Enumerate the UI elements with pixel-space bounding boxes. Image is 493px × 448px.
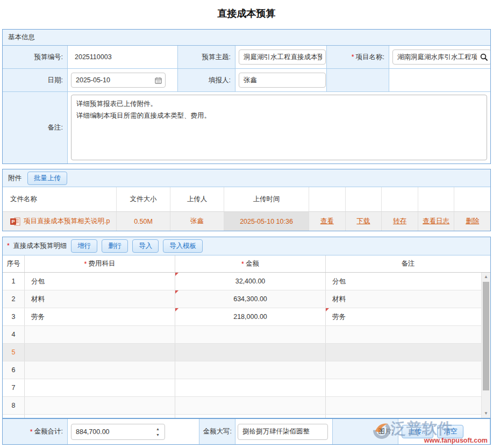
row-seq: 3 xyxy=(3,308,25,325)
basic-info-header: 基本信息 xyxy=(3,30,490,46)
basic-row-2: 日期: 填报人: xyxy=(3,69,490,92)
image-clear-button[interactable]: 清空 xyxy=(437,425,463,438)
remark-cell[interactable] xyxy=(326,326,490,343)
reporter-field[interactable] xyxy=(239,73,326,88)
image-label: 图片: xyxy=(378,427,394,436)
subject-cell[interactable]: 材料 xyxy=(25,290,175,308)
total-amount-field[interactable]: ▲ ▼ xyxy=(71,424,165,440)
table-row-selected: 5 xyxy=(3,344,490,361)
subject-cell[interactable] xyxy=(25,326,175,343)
col-file-name: 文件名称 xyxy=(3,187,117,211)
reporter-label: 填报人: xyxy=(209,76,231,85)
stepper-down-icon[interactable]: ▼ xyxy=(156,433,160,437)
total-amount-label: 金额合计: xyxy=(34,427,63,436)
budget-subject-field[interactable] xyxy=(239,49,326,65)
row-seq: 5 xyxy=(3,344,25,361)
date-field[interactable] xyxy=(71,73,166,88)
scroll-down-icon[interactable]: ▼ xyxy=(482,409,490,418)
stepper-up-icon[interactable]: ▲ xyxy=(156,427,160,431)
project-name-field[interactable] xyxy=(392,49,490,65)
batch-upload-button[interactable]: 批量上传 xyxy=(27,172,67,185)
file-name-link[interactable]: 项目直接成本预算相关说明.p xyxy=(24,217,110,226)
date-input[interactable] xyxy=(72,76,155,84)
detail-panel: * 直接成本预算明细 增行 删行 导入 导入模板 序号 * 费用科目 * 金额 … xyxy=(2,237,491,445)
remark-cell[interactable]: 材料 xyxy=(326,290,490,308)
delete-row-button[interactable]: 删行 xyxy=(102,239,128,253)
amount-cell[interactable] xyxy=(175,344,326,361)
empty-label-cell xyxy=(327,69,389,91)
file-size: 0.50M xyxy=(117,212,170,231)
amount-cell[interactable] xyxy=(175,397,326,414)
remark-cell[interactable] xyxy=(326,397,490,414)
amount-cell[interactable] xyxy=(175,379,326,396)
reporter-input[interactable] xyxy=(239,76,325,84)
scroll-up-icon[interactable]: ▲ xyxy=(482,273,490,281)
amount-cell[interactable]: 634,300.00 xyxy=(175,290,326,308)
budget-subject-input[interactable] xyxy=(239,53,325,61)
detail-title: 直接成本预算明细 xyxy=(13,242,67,250)
col-seq: 序号 xyxy=(3,255,25,272)
delete-link[interactable]: 删除 xyxy=(466,217,479,226)
total-amount-input[interactable] xyxy=(72,428,156,436)
subject-cell[interactable]: 劳务 xyxy=(25,308,175,325)
import-template-button[interactable]: 导入模板 xyxy=(163,239,203,253)
attachments-header: 附件 批量上传 xyxy=(3,169,490,187)
subject-cell[interactable] xyxy=(25,397,175,414)
amount-cell[interactable]: 32,400.00 xyxy=(175,273,326,290)
table-row: 8 xyxy=(3,397,490,415)
image-upload-button[interactable]: 上传... xyxy=(402,425,433,438)
view-link[interactable]: 查看 xyxy=(320,217,334,226)
file-uploader: 张鑫 xyxy=(170,212,224,231)
project-name-input[interactable] xyxy=(393,53,480,61)
remark-textarea[interactable]: 详细预算报表已上传附件。 详细编制本项目所需的直接成本类型、费用。 xyxy=(71,95,487,160)
subject-cell[interactable] xyxy=(25,361,175,379)
detail-column-headers: 序号 * 费用科目 * 金额 备注 xyxy=(3,255,490,273)
attachments-column-headers: 文件名称 文件大小 上传人 上传时间 xyxy=(3,187,490,212)
amount-cell[interactable] xyxy=(175,326,326,343)
subject-cell[interactable] xyxy=(25,344,175,361)
row-seq: 7 xyxy=(3,379,25,396)
svg-text:P: P xyxy=(11,219,15,224)
vertical-scrollbar[interactable]: ▲ ▼ xyxy=(481,273,490,418)
view-log-link[interactable]: 查看日志 xyxy=(423,217,449,226)
remark-cell[interactable] xyxy=(326,361,490,379)
table-row: 7 xyxy=(3,379,490,397)
project-name-label: 项目名称: xyxy=(356,53,384,62)
amount-caps-value: 捌拾捌万肆仟柒佰圆整 xyxy=(238,424,328,440)
save-as-link[interactable]: 转存 xyxy=(393,217,406,226)
import-button[interactable]: 导入 xyxy=(132,239,159,253)
calendar-icon[interactable] xyxy=(155,77,165,84)
table-row: 6 xyxy=(3,361,490,379)
remark-cell[interactable] xyxy=(326,379,490,396)
row-seq: 6 xyxy=(3,361,25,379)
required-marker: * xyxy=(30,428,33,436)
download-link[interactable]: 下载 xyxy=(356,217,370,226)
remark-cell[interactable] xyxy=(326,344,490,361)
required-marker: * xyxy=(352,53,354,61)
amount-caps-label: 金额大写: xyxy=(203,427,232,436)
budget-no-label: 预算编号: xyxy=(34,53,63,62)
remark-cell[interactable]: 劳务 xyxy=(326,308,490,325)
amount-cell[interactable] xyxy=(175,361,326,379)
basic-info-title: 基本信息 xyxy=(8,33,35,42)
page-title: 直接成本预算 xyxy=(0,0,493,29)
col-remark: 备注 xyxy=(326,255,490,272)
scrollbar-thumb[interactable] xyxy=(483,282,489,390)
detail-toolbar: * 直接成本预算明细 增行 删行 导入 导入模板 xyxy=(3,237,490,255)
subject-cell[interactable] xyxy=(25,379,175,396)
remark-row: 备注: 详细预算报表已上传附件。 详细编制本项目所需的直接成本类型、费用。 xyxy=(3,92,490,163)
required-marker: * xyxy=(241,260,244,268)
col-upload-time: 上传时间 xyxy=(224,187,309,211)
search-icon[interactable] xyxy=(480,53,490,61)
basic-row-1: 预算编号: 2025110003 预算主题: * 项目名称: xyxy=(3,46,490,69)
table-row: 4 xyxy=(3,326,490,344)
amount-stepper[interactable]: ▲ ▼ xyxy=(156,427,165,437)
file-upload-time: 2025-05-10 10:36 xyxy=(224,212,309,231)
remark-cell[interactable]: 分包 xyxy=(326,273,490,290)
amount-cell[interactable]: 218,000.00 xyxy=(175,308,326,325)
budget-subject-label: 预算主题: xyxy=(202,53,231,62)
table-row: 3 劳务 218,000.00 劳务 xyxy=(3,308,490,326)
add-row-button[interactable]: 增行 xyxy=(71,239,97,253)
subject-cell[interactable]: 分包 xyxy=(25,273,175,290)
required-marker: * xyxy=(7,242,10,250)
